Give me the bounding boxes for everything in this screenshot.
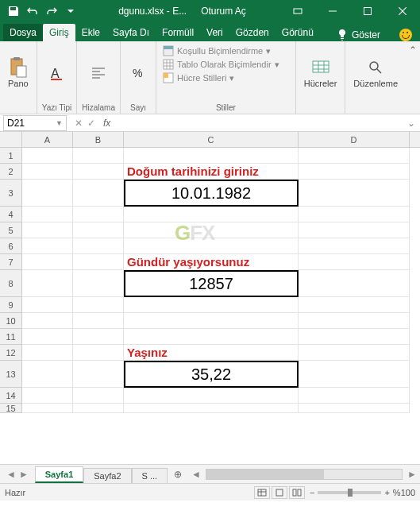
tab-home[interactable]: Giriş (43, 24, 75, 41)
row-header[interactable]: 11 (0, 329, 22, 345)
align-button[interactable] (86, 62, 111, 84)
col-header[interactable]: C (124, 132, 299, 147)
cell-c2[interactable]: Doğum tarihinizi giriniz (124, 164, 299, 180)
sheet-tab[interactable]: Sayfa1 (35, 466, 83, 483)
paste-label: Pano (8, 79, 29, 88)
name-box[interactable]: D21 ▼ (3, 115, 67, 131)
scroll-left-icon[interactable]: ◄ (191, 469, 201, 480)
svg-rect-17 (293, 489, 296, 496)
cell-c8[interactable]: 12857 (124, 270, 299, 297)
group-alignment: Hizalama (77, 41, 121, 114)
undo-icon[interactable] (24, 2, 41, 20)
normal-view-icon[interactable] (254, 486, 270, 499)
scroll-right-icon[interactable]: ► (407, 469, 417, 480)
fx-icon[interactable]: fx (100, 118, 114, 129)
group-font: A Yazı Tipi (37, 41, 78, 114)
row-header[interactable]: 14 (0, 388, 22, 404)
new-sheet-button[interactable]: ⊕ (168, 469, 188, 480)
page-layout-view-icon[interactable] (272, 486, 287, 499)
number-group-label: Sayı (130, 103, 146, 112)
tab-file[interactable]: Dosya (3, 24, 43, 41)
expand-formula-bar-icon[interactable]: ⌄ (403, 118, 420, 129)
tab-layout[interactable]: Sayfa Dı (106, 24, 156, 41)
row-header[interactable]: 4 (0, 207, 22, 222)
styles-group-label: Stiller (216, 103, 236, 112)
col-header[interactable]: A (22, 132, 73, 147)
svg-rect-4 (17, 66, 26, 77)
sheet-tab[interactable]: S ... (132, 468, 168, 483)
svg-point-14 (370, 62, 378, 70)
font-icon: A (48, 64, 67, 83)
editing-button[interactable]: Düzenleme (350, 56, 401, 90)
zoom-out-button[interactable]: − (310, 488, 314, 497)
horizontal-scrollbar[interactable] (206, 469, 403, 480)
tab-insert[interactable]: Ekle (75, 24, 106, 41)
feedback-icon[interactable] (399, 29, 412, 41)
svg-rect-12 (164, 73, 168, 78)
select-all-button[interactable] (0, 132, 22, 147)
row-header[interactable]: 2 (0, 164, 22, 180)
tab-view[interactable]: Görünü (276, 24, 320, 41)
zoom-in-button[interactable]: + (384, 488, 389, 497)
tell-me[interactable]: Göster (352, 29, 380, 41)
paste-button[interactable]: Pano (5, 56, 32, 90)
cancel-formula-icon[interactable]: ✕ (75, 118, 83, 129)
col-header[interactable]: D (299, 132, 410, 147)
svg-rect-13 (313, 61, 329, 72)
cell-styles-icon (163, 72, 174, 83)
number-button[interactable]: % (125, 62, 151, 84)
row-header[interactable]: 12 (0, 345, 22, 361)
row-header[interactable]: 7 (0, 254, 22, 270)
sheet-nav-prev-icon[interactable]: ◄ (6, 469, 16, 480)
zoom-slider[interactable] (318, 491, 381, 494)
signin-link[interactable]: Oturum Aç (201, 6, 246, 17)
tab-review[interactable]: Gözden (229, 24, 276, 41)
status-bar: Hazır − + %100 (0, 483, 420, 501)
group-editing: Düzenleme (345, 41, 406, 114)
collapse-ribbon-icon[interactable]: ⌃ (406, 41, 420, 59)
save-icon[interactable] (5, 2, 22, 20)
cells-button[interactable]: Hücreler (301, 56, 341, 90)
quick-access-toolbar (0, 2, 84, 20)
sheet-nav-next-icon[interactable]: ► (19, 469, 29, 480)
font-group-label: Yazı Tipi (42, 103, 72, 112)
redo-icon[interactable] (43, 2, 60, 20)
qat-customize-icon[interactable] (62, 2, 79, 20)
col-header[interactable]: B (73, 132, 124, 147)
row-header[interactable]: 8 (0, 270, 22, 297)
spreadsheet-grid[interactable]: A B C D 1 2Doğum tarihinizi giriniz 310.… (0, 132, 420, 464)
chevron-down-icon: ▾ (229, 73, 234, 83)
row-header[interactable]: 1 (0, 148, 22, 164)
format-as-table-button[interactable]: Tablo Olarak Biçimlendir▾ (161, 58, 281, 71)
sheet-tab[interactable]: Sayfa2 (83, 468, 131, 483)
cell-c13[interactable]: 35,22 (124, 361, 299, 388)
cell-c3[interactable]: 10.01.1982 (124, 180, 299, 207)
conditional-formatting-button[interactable]: Koşullu Biçimlendirme▾ (161, 44, 281, 57)
tab-formulas[interactable]: Formüll (156, 24, 200, 41)
enter-formula-icon[interactable]: ✓ (87, 118, 95, 129)
tab-data[interactable]: Veri (200, 24, 229, 41)
row-header[interactable]: 3 (0, 180, 22, 207)
cell-styles-button[interactable]: Hücre Stilleri▾ (161, 72, 281, 84)
page-break-view-icon[interactable] (289, 486, 305, 499)
close-icon[interactable] (385, 0, 420, 22)
row-header[interactable]: 15 (0, 404, 22, 413)
cell-c12[interactable]: Yaşınız (124, 345, 299, 361)
row-header[interactable]: 10 (0, 313, 22, 329)
font-button[interactable]: A (44, 62, 70, 84)
ribbon-display-icon[interactable] (280, 0, 315, 22)
row-header[interactable]: 13 (0, 361, 22, 388)
chevron-down-icon[interactable]: ▼ (56, 119, 63, 127)
zoom-level[interactable]: %100 (393, 488, 415, 497)
row-header[interactable]: 5 (0, 222, 22, 238)
status-ready: Hazır (5, 488, 25, 497)
svg-rect-1 (364, 8, 372, 15)
row-header[interactable]: 6 (0, 238, 22, 254)
maximize-icon[interactable] (350, 0, 385, 22)
row-header[interactable]: 9 (0, 297, 22, 313)
group-cells: Hücreler (296, 41, 346, 114)
formula-input[interactable] (114, 115, 403, 131)
minimize-icon[interactable] (315, 0, 350, 22)
formula-bar: D21 ▼ ✕ ✓ fx ⌄ (0, 114, 420, 132)
cell-c7[interactable]: Gündür yaşıyorsunuz (124, 254, 299, 270)
